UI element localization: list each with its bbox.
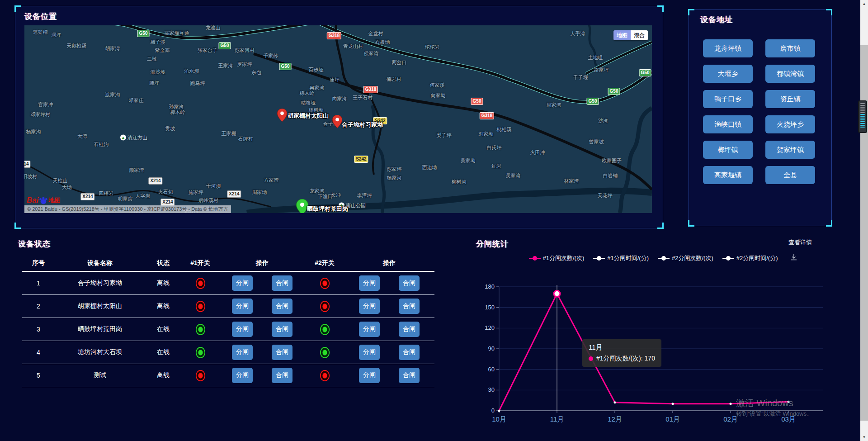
map-place-label: 长冲 xyxy=(331,192,341,199)
svg-text:60: 60 xyxy=(488,366,495,373)
close-switch-button[interactable]: 合闸 xyxy=(272,322,292,337)
map-place-label: 天鹅抱蛋 xyxy=(66,43,86,49)
map-type-map-button[interactable]: 地图 xyxy=(613,30,631,40)
open-switch-button[interactable]: 分闸 xyxy=(359,322,380,337)
map-place-label: 罗家坪 xyxy=(237,61,252,68)
device-marker-red[interactable] xyxy=(277,109,287,123)
map-place-label: 白氏坪 xyxy=(487,144,502,151)
map-copyright: © 2021 Baidu - GS(2019)5218号 - 甲测资字11009… xyxy=(24,205,231,213)
map-place-label: 坨坨岩 xyxy=(425,44,440,51)
map-place-label: 王家棚 xyxy=(222,130,236,137)
open-switch-button[interactable]: 分闸 xyxy=(232,322,253,337)
operation-cell: 分闸合闸 xyxy=(219,345,305,360)
open-switch-button[interactable]: 分闸 xyxy=(232,299,253,314)
road-shield: G318 xyxy=(363,86,378,93)
map-place-label: 后峰溪村 xyxy=(198,197,218,204)
operation-cell: 分闸合闸 xyxy=(219,322,305,337)
tooltip-series-dot xyxy=(589,356,593,361)
map-place-label: 大湾 xyxy=(77,133,87,140)
close-switch-button[interactable]: 合闸 xyxy=(272,368,292,383)
legend-item[interactable]: #2分闸时间/(分) xyxy=(722,254,778,262)
windows-activation-watermark-sub: 转到“设置”以激活 Windows。 xyxy=(736,410,812,418)
page-scrollbar[interactable]: ▲ ▼ xyxy=(860,0,868,441)
address-button[interactable]: 渔峡口镇 xyxy=(703,115,753,133)
road-shield: X214 xyxy=(80,193,94,200)
map-place-label: 人手湾 xyxy=(571,30,585,37)
row-number: 4 xyxy=(22,349,55,356)
address-button[interactable]: 资丘镇 xyxy=(765,90,815,108)
open-switch-button[interactable]: 分闸 xyxy=(359,345,380,360)
map-place-label: 梨子坪 xyxy=(437,132,452,139)
view-details-link[interactable]: 查看详情 xyxy=(788,238,812,247)
address-button[interactable]: 鸭子口乡 xyxy=(703,90,753,108)
tooltip-value: #1分闸次数/(次): 170 xyxy=(596,355,655,363)
address-button[interactable]: 榔坪镇 xyxy=(703,141,753,159)
scrollbar-down-arrow[interactable]: ▼ xyxy=(860,433,868,441)
map-place-label: 官家冲 xyxy=(38,101,53,108)
open-switch-button[interactable]: 分闸 xyxy=(232,345,253,360)
baidu-logo-text: Bai xyxy=(27,196,38,205)
address-button[interactable]: 火烧坪乡 xyxy=(765,115,815,133)
svg-text:12月: 12月 xyxy=(608,415,622,423)
dashboard-page: 设备位置 笔架槽洞坪天鹅抱蛋胡家湾高家堰互 xyxy=(0,0,868,441)
address-button[interactable]: 都镇湾镇 xyxy=(765,65,815,83)
open-switch-button[interactable]: 分闸 xyxy=(359,299,380,314)
open-switch-button[interactable]: 分闸 xyxy=(232,368,253,383)
close-switch-button[interactable]: 合闸 xyxy=(272,345,292,360)
open-switch-button[interactable]: 分闸 xyxy=(359,275,380,291)
legend-item[interactable]: #1分闸时间/(分) xyxy=(593,254,649,262)
baidu-map[interactable]: 笔架槽洞坪天鹅抱蛋胡家湾高家堰互通梅子溪紫金寨二墩流沙坡沁水坝跑马坪腰坪渡家沟邓… xyxy=(24,25,652,213)
map-place-label: 红岩 xyxy=(491,163,501,170)
address-button[interactable]: 贺家坪镇 xyxy=(765,141,815,159)
road-shield: X214 xyxy=(227,190,241,198)
windows-activation-watermark: 激活 Windows xyxy=(736,397,793,409)
close-switch-button[interactable]: 合闸 xyxy=(272,275,292,291)
map-place-label: 方家湾 xyxy=(264,177,279,184)
map-place-label: 西边坳 xyxy=(422,164,437,171)
open-switch-button[interactable]: 分闸 xyxy=(359,368,380,383)
trip-stats-title: 分闸统计 xyxy=(476,239,509,249)
map-place-label: 吴家湾 xyxy=(506,172,521,179)
address-button[interactable]: 磨市镇 xyxy=(765,39,815,57)
map-place-label: 天花坪 xyxy=(598,192,613,199)
open-switch-button[interactable]: 分闸 xyxy=(232,275,253,291)
device-location-panel: 设备位置 笔架槽洞坪天鹅抱蛋胡家湾高家堰互 xyxy=(15,6,663,228)
scroll-widget-overlay[interactable] xyxy=(858,100,867,133)
table-header-cell: 操作 xyxy=(219,259,305,267)
switch-indicator-cell xyxy=(305,324,344,335)
close-switch-button[interactable]: 合闸 xyxy=(272,299,292,314)
legend-dot xyxy=(726,256,731,261)
legend-item[interactable]: #1分闸次数/(次) xyxy=(529,254,585,262)
table-row: 2胡家棚村太阳山离线分闸合闸分闸合闸 xyxy=(22,295,434,318)
address-button[interactable]: 龙舟坪镇 xyxy=(703,39,753,57)
corner-accent xyxy=(688,9,694,15)
address-button[interactable]: 高家堰镇 xyxy=(703,166,753,184)
switch-indicator-cell xyxy=(181,324,219,335)
corner-accent xyxy=(657,223,664,229)
map-type-hybrid-button[interactable]: 混合 xyxy=(631,30,648,40)
close-switch-button[interactable]: 合闸 xyxy=(399,345,420,360)
road-shield: X214 xyxy=(160,199,175,206)
device-marker-label: 合子坳村习家坳 xyxy=(342,121,383,129)
chart-tooltip: 11月 #1分闸次数/(次): 170 xyxy=(582,339,661,367)
map-place-label: 金盆村 xyxy=(368,30,383,37)
close-switch-button[interactable]: 合闸 xyxy=(399,299,420,314)
map-place-label: 白岩铺 xyxy=(603,172,618,179)
legend-item[interactable]: #2分闸次数/(次) xyxy=(658,254,713,262)
address-button[interactable]: 全县 xyxy=(765,166,815,184)
close-switch-button[interactable]: 合闸 xyxy=(399,322,420,337)
svg-text:10月: 10月 xyxy=(492,415,506,423)
corner-accent xyxy=(826,9,832,15)
scrollbar-up-arrow[interactable]: ▲ xyxy=(860,0,868,8)
close-switch-button[interactable]: 合闸 xyxy=(399,368,420,383)
map-place-label: 阴阳坡村 xyxy=(24,173,37,180)
address-button[interactable]: 大堰乡 xyxy=(703,65,753,83)
close-switch-button[interactable]: 合闸 xyxy=(399,275,420,291)
map-place-label: 邓家坪村 xyxy=(30,111,50,118)
map-place-label: 吴家坳 xyxy=(461,157,476,164)
device-marker-red[interactable] xyxy=(332,115,342,130)
operation-cell: 分闸合闸 xyxy=(344,299,434,314)
device-marker-green[interactable] xyxy=(296,199,308,213)
map-place-label: 渡家沟 xyxy=(105,91,120,98)
switch-indicator-red xyxy=(320,370,330,381)
